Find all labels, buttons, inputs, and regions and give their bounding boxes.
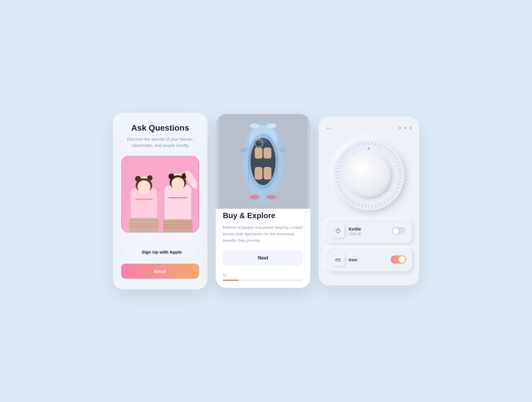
svg-line-100	[359, 143, 359, 146]
svg-point-36	[250, 195, 260, 199]
svg-line-50	[389, 150, 391, 153]
apple-signup-button[interactable]: Sign Up with Apple	[121, 244, 199, 260]
svg-rect-31	[255, 167, 262, 179]
screen3: ←	[319, 116, 419, 286]
svg-point-17	[171, 177, 184, 190]
screen1-title: Ask Questions	[131, 123, 189, 133]
svg-line-70	[378, 204, 379, 207]
volume-dial[interactable]	[333, 140, 404, 210]
screen2-description: Millions of people now prefer wearing co…	[223, 224, 303, 244]
kettle-name: Kettle	[349, 226, 388, 231]
svg-line-44	[372, 142, 372, 145]
svg-line-75	[362, 205, 363, 208]
svg-line-97	[349, 148, 351, 150]
nav-dot-3[interactable]	[409, 127, 412, 129]
svg-line-78	[352, 201, 354, 204]
dots-navigation	[398, 127, 412, 129]
svg-line-45	[375, 142, 376, 145]
svg-point-42	[256, 133, 267, 143]
svg-line-94	[342, 155, 344, 157]
svg-rect-9	[129, 220, 159, 221]
svg-rect-23	[163, 228, 193, 228]
screens-container: Ask Questions Discover the secrets of yo…	[113, 113, 419, 289]
plug-icon	[335, 228, 341, 234]
svg-rect-32	[264, 167, 271, 179]
svg-line-79	[349, 200, 351, 202]
svg-line-65	[391, 195, 393, 197]
svg-line-96	[347, 150, 349, 153]
svg-line-49	[387, 148, 388, 150]
svg-rect-29	[255, 147, 262, 159]
svg-line-48	[384, 146, 385, 149]
car-image-area	[216, 114, 310, 209]
svg-line-90	[336, 168, 339, 169]
svg-line-46	[378, 143, 379, 146]
svg-line-106	[339, 258, 339, 259]
iron-toggle[interactable]	[391, 255, 406, 264]
svg-line-56	[398, 168, 401, 169]
hero-image	[121, 156, 199, 233]
screen3-header: ←	[326, 125, 412, 131]
svg-line-76	[359, 204, 359, 207]
svg-rect-11	[129, 226, 159, 227]
email-button[interactable]: Email	[121, 264, 199, 279]
svg-line-91	[337, 165, 340, 166]
svg-rect-21	[163, 222, 193, 223]
svg-line-60	[398, 181, 401, 182]
nav-dot-1[interactable]	[398, 127, 401, 129]
svg-line-74	[365, 205, 366, 208]
svg-line-89	[336, 171, 339, 172]
svg-line-92	[339, 161, 341, 163]
nav-dot-2[interactable]	[404, 127, 407, 129]
svg-rect-10	[129, 223, 159, 224]
dial-inner[interactable]	[347, 153, 391, 197]
svg-point-34	[250, 124, 260, 128]
svg-line-53	[395, 158, 398, 160]
svg-line-69	[381, 202, 382, 205]
svg-line-55	[398, 165, 400, 166]
svg-line-101	[362, 142, 363, 145]
screen1-subtitle: Discover the secrets of your friends, cl…	[121, 136, 199, 149]
dial-container	[326, 140, 412, 210]
svg-marker-103	[367, 147, 370, 150]
svg-line-59	[399, 178, 402, 179]
progress-number: 01	[223, 273, 303, 277]
svg-line-63	[395, 190, 398, 192]
svg-line-51	[391, 153, 393, 155]
kettle-toggle[interactable]	[392, 227, 406, 235]
svg-rect-8	[129, 218, 159, 233]
kettle-power: 1500 W	[349, 232, 388, 236]
iron-card: Iron	[326, 248, 412, 271]
svg-rect-30	[264, 147, 271, 159]
svg-line-93	[340, 158, 343, 160]
svg-line-64	[393, 193, 396, 194]
progress-area: 01	[223, 273, 303, 281]
svg-rect-19	[168, 197, 187, 198]
svg-line-54	[396, 161, 399, 163]
screen2-heading: Buy & Explore	[223, 211, 303, 220]
next-button[interactable]: Next	[223, 250, 303, 266]
kettle-info: Kettle 1500 W	[349, 226, 388, 236]
svg-line-80	[347, 197, 349, 200]
svg-line-68	[384, 201, 385, 204]
screen2: Buy & Explore Millions of people now pre…	[216, 114, 310, 288]
svg-line-71	[375, 205, 376, 208]
svg-line-86	[336, 181, 339, 182]
svg-rect-7	[135, 199, 153, 200]
svg-line-99	[355, 145, 356, 147]
svg-point-15	[168, 174, 174, 179]
svg-line-72	[372, 205, 372, 208]
svg-line-81	[344, 195, 346, 197]
svg-line-83	[340, 190, 343, 192]
iron-info: Iron	[349, 257, 387, 262]
iron-icon-wrap	[332, 253, 345, 266]
svg-point-6	[137, 180, 150, 193]
svg-line-102	[365, 142, 366, 145]
svg-line-82	[342, 193, 344, 194]
back-button[interactable]: ←	[326, 125, 332, 131]
svg-line-67	[387, 200, 388, 202]
svg-line-57	[399, 171, 402, 172]
progress-bar-track	[223, 280, 303, 281]
svg-line-66	[389, 197, 391, 200]
svg-line-61	[398, 184, 400, 185]
